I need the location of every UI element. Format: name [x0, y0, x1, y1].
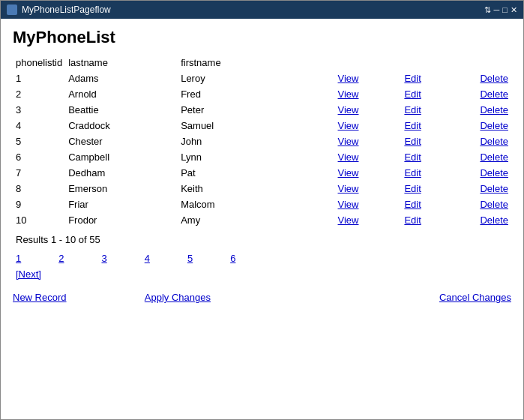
cell-lastname: Emerson	[65, 181, 178, 196]
page-link-1[interactable]: 1	[16, 253, 21, 264]
cell-edit: Edit	[361, 165, 424, 181]
cell-view: View	[290, 102, 361, 118]
next-link[interactable]: [Next]	[16, 268, 511, 280]
table-header-row: phonelistid lastname firstname	[13, 55, 511, 70]
delete-link[interactable]: Delete	[480, 199, 508, 210]
window-title: MyPhoneListPageflow	[22, 4, 111, 15]
cell-id: 4	[13, 118, 65, 134]
minimize-icon[interactable]: ─	[494, 5, 500, 14]
table-row: 1AdamsLeroyViewEditDelete	[13, 70, 511, 86]
cell-view: View	[290, 134, 361, 149]
view-link[interactable]: View	[338, 199, 359, 210]
cell-view: View	[290, 149, 361, 165]
cell-lastname: Adams	[65, 70, 178, 86]
cell-delete: Delete	[424, 149, 511, 165]
page-link-4[interactable]: 4	[145, 253, 150, 264]
cell-edit: Edit	[361, 181, 424, 196]
cell-firstname: Pat	[178, 165, 290, 181]
main-window: MyPhoneListPageflow ⇅ ─ □ ✕ MyPhoneList …	[0, 0, 524, 420]
cell-delete: Delete	[424, 102, 511, 118]
edit-link[interactable]: Edit	[404, 120, 421, 131]
view-link[interactable]: View	[338, 120, 359, 131]
close-icon[interactable]: ✕	[511, 5, 517, 15]
cell-firstname: Amy	[178, 212, 290, 228]
cell-delete: Delete	[424, 196, 511, 212]
cell-firstname: Keith	[178, 181, 290, 196]
results-text: Results 1 - 10 of 55	[16, 234, 511, 245]
cell-edit: Edit	[361, 86, 424, 102]
page-link-6[interactable]: 6	[230, 253, 235, 264]
edit-link[interactable]: Edit	[404, 73, 421, 84]
window-controls[interactable]: ⇅ ─ □ ✕	[484, 5, 517, 15]
cell-id: 8	[13, 181, 65, 196]
cell-firstname: Peter	[178, 102, 290, 118]
app-icon	[7, 4, 17, 15]
cell-delete: Delete	[424, 86, 511, 102]
edit-link[interactable]: Edit	[404, 167, 421, 178]
cell-firstname: Malcom	[178, 196, 290, 212]
apply-changes-link[interactable]: Apply Changes	[145, 292, 211, 303]
table-row: 3BeattiePeterViewEditDelete	[13, 102, 511, 118]
delete-link[interactable]: Delete	[480, 120, 508, 131]
edit-link[interactable]: Edit	[404, 152, 421, 163]
cell-lastname: Chester	[65, 134, 178, 149]
view-link[interactable]: View	[338, 73, 359, 84]
cell-id: 6	[13, 149, 65, 165]
view-link[interactable]: View	[338, 214, 359, 226]
cell-edit: Edit	[361, 102, 424, 118]
table-body: 1AdamsLeroyViewEditDelete2ArnoldFredView…	[13, 70, 511, 228]
delete-link[interactable]: Delete	[480, 104, 508, 116]
cell-edit: Edit	[361, 196, 424, 212]
edit-link[interactable]: Edit	[404, 199, 421, 210]
view-link[interactable]: View	[338, 104, 359, 116]
cell-view: View	[290, 181, 361, 196]
cell-id: 1	[13, 70, 65, 86]
page-link-2[interactable]: 2	[58, 253, 64, 264]
cell-id: 10	[13, 212, 65, 228]
cell-lastname: Campbell	[65, 149, 178, 165]
footer-center: Apply Changes	[67, 292, 289, 303]
delete-link[interactable]: Delete	[480, 136, 508, 147]
delete-link[interactable]: Delete	[480, 214, 508, 226]
table-row: 2ArnoldFredViewEditDelete	[13, 86, 511, 102]
delete-link[interactable]: Delete	[480, 183, 508, 194]
restore-icon[interactable]: ⇅	[484, 5, 491, 15]
view-link[interactable]: View	[338, 152, 359, 163]
cell-lastname: Dedham	[65, 165, 178, 181]
view-link[interactable]: View	[338, 136, 359, 147]
new-record-link[interactable]: New Record	[13, 292, 67, 303]
table-row: 8EmersonKeithViewEditDelete	[13, 181, 511, 196]
cell-delete: Delete	[424, 118, 511, 134]
view-link[interactable]: View	[338, 183, 359, 194]
table-row: 10FrodorAmyViewEditDelete	[13, 212, 511, 228]
table-row: 9FriarMalcomViewEditDelete	[13, 196, 511, 212]
cell-lastname: Beattie	[65, 102, 178, 118]
edit-link[interactable]: Edit	[404, 88, 421, 100]
delete-link[interactable]: Delete	[480, 73, 508, 84]
delete-link[interactable]: Delete	[480, 167, 508, 178]
cell-lastname: Friar	[65, 196, 178, 212]
delete-link[interactable]: Delete	[480, 152, 508, 163]
maximize-icon[interactable]: □	[502, 5, 508, 14]
edit-link[interactable]: Edit	[404, 136, 421, 147]
cell-delete: Delete	[424, 212, 511, 228]
edit-link[interactable]: Edit	[404, 214, 421, 226]
cell-delete: Delete	[424, 165, 511, 181]
view-link[interactable]: View	[338, 167, 359, 178]
table-row: 4CraddockSamuelViewEditDelete	[13, 118, 511, 134]
cell-edit: Edit	[361, 212, 424, 228]
page-link-3[interactable]: 3	[101, 253, 106, 264]
page-link-5[interactable]: 5	[187, 253, 193, 264]
edit-link[interactable]: Edit	[404, 183, 421, 194]
edit-link[interactable]: Edit	[404, 104, 421, 116]
title-bar: MyPhoneListPageflow ⇅ ─ □ ✕	[1, 1, 523, 19]
cell-view: View	[290, 86, 361, 102]
cancel-changes-link[interactable]: Cancel Changes	[439, 292, 511, 303]
table-row: 6CampbellLynnViewEditDelete	[13, 149, 511, 165]
delete-link[interactable]: Delete	[480, 88, 508, 100]
page-title: MyPhoneList	[13, 28, 511, 47]
cell-id: 3	[13, 102, 65, 118]
view-link[interactable]: View	[338, 88, 359, 100]
cell-delete: Delete	[424, 134, 511, 149]
footer-right: Cancel Changes	[289, 292, 511, 303]
